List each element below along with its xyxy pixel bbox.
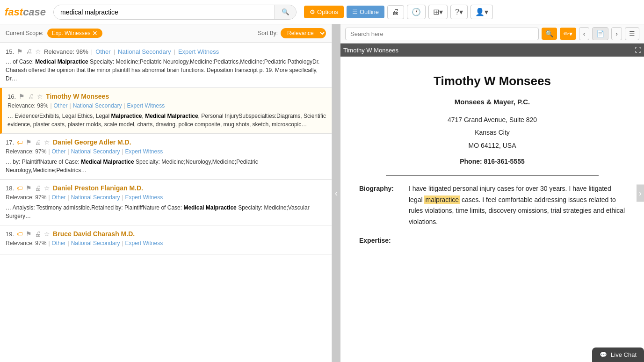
- expand-button[interactable]: ⛶: [635, 46, 641, 54]
- result-snippet-17: … by: PlaintiffNature of Case: Medical M…: [6, 158, 326, 174]
- live-chat-label: Live Chat: [611, 351, 637, 358]
- outline-label: Outline: [360, 8, 379, 15]
- doc-prev-button[interactable]: ‹: [579, 27, 590, 40]
- meta-other-17[interactable]: Other: [52, 148, 66, 155]
- right-toolbar: 🔍 ✏▾ ‹ 📄 › ☰: [340, 24, 644, 43]
- flag-icon-15[interactable]: ⚑: [17, 48, 23, 55]
- flag-icon-18[interactable]: ⚑: [26, 184, 32, 192]
- meta-secondary-15[interactable]: National Secondary: [118, 48, 171, 55]
- meta-expert-19[interactable]: Expert Witness: [125, 240, 163, 246]
- search-icon: 🔍: [282, 8, 289, 15]
- doc-title: Timothy W Monsees: [343, 47, 398, 54]
- header-actions: ⚙ Options ☰ Outline 🖨 🕐 ⊞▾ ?▾ 👤▾: [304, 5, 493, 19]
- doc-page-button[interactable]: 📄: [592, 27, 608, 40]
- relevance-15: Relevance: 98%: [44, 48, 88, 55]
- result-title-16[interactable]: Timothy W Monsees: [46, 93, 109, 100]
- doc-content: Timothy W Monsees Monsees & Mayer, P.C. …: [340, 57, 644, 362]
- print-button[interactable]: 🖨: [387, 5, 404, 19]
- relevance-19: Relevance: 97%: [6, 240, 46, 246]
- history-icon: 🕐: [412, 7, 421, 16]
- panel-collapse-right[interactable]: ›: [637, 185, 644, 202]
- result-header-16: 16. ⚑ 🖨 ☆ Timothy W Monsees: [7, 93, 326, 100]
- header: fastcase medical malpractice 🔍 ⚙ Options…: [0, 0, 644, 24]
- print-icon-15[interactable]: 🖨: [26, 48, 32, 55]
- star-icon-18[interactable]: ☆: [44, 184, 50, 192]
- meta-secondary-18[interactable]: National Secondary: [71, 194, 120, 201]
- meta-expert-15[interactable]: Expert Witness: [178, 48, 219, 55]
- bio-highlight: malpractice: [424, 195, 460, 204]
- options-button[interactable]: ⚙ Options: [304, 6, 344, 18]
- prev-icon: ‹: [583, 30, 586, 37]
- doc-address-line1: 4717 Grand Avenue, Suite 820: [359, 115, 625, 126]
- flag-icon-17[interactable]: ⚑: [26, 138, 32, 146]
- doc-menu-button[interactable]: ☰: [625, 27, 639, 40]
- logo: fastcase: [5, 6, 46, 18]
- doc-search-icon: 🔍: [545, 30, 553, 37]
- result-snippet-18: … Analysis: Testimony admissible.Retaine…: [6, 203, 326, 220]
- result-title-19[interactable]: Bruce David Charash M.D.: [53, 230, 135, 238]
- result-item-active: 16. ⚑ 🖨 ☆ Timothy W Monsees Relevance: 9…: [0, 88, 332, 134]
- flag-icon-19[interactable]: ⚑: [26, 230, 32, 238]
- print-icon-17[interactable]: 🖨: [35, 138, 41, 146]
- search-button[interactable]: 🔍: [275, 5, 296, 19]
- result-meta-19: Relevance: 97% | Other | National Second…: [6, 240, 326, 246]
- logo-fast: fast: [5, 6, 23, 18]
- doc-next-button[interactable]: ›: [611, 27, 622, 40]
- chat-icon: 💬: [600, 351, 607, 358]
- doc-search-button[interactable]: 🔍: [542, 28, 557, 40]
- help-button[interactable]: ?▾: [450, 5, 468, 19]
- phone-label: Phone:: [460, 158, 482, 165]
- meta-other-18[interactable]: Other: [52, 194, 66, 201]
- live-chat[interactable]: 💬 Live Chat: [592, 348, 644, 362]
- meta-other-16[interactable]: Other: [54, 102, 68, 109]
- right-panel-wrapper: › 🔍 ✏▾ ‹ 📄 ›: [340, 24, 644, 362]
- sort-select[interactable]: Relevance Date: [281, 28, 326, 38]
- biography-section: Biography: I have litigated personal inj…: [359, 183, 625, 228]
- meta-other-19[interactable]: Other: [52, 240, 66, 246]
- grid-icon: ⊞▾: [433, 7, 443, 16]
- result-num-16: 16.: [7, 93, 16, 100]
- outline-button[interactable]: ☰ Outline: [347, 6, 384, 18]
- doc-firm: Monsees & Mayer, P.C.: [359, 96, 625, 108]
- biography-content: I have litigated personal injury cases f…: [409, 183, 625, 228]
- meta-secondary-19[interactable]: National Secondary: [71, 240, 120, 246]
- doc-search-input[interactable]: [345, 28, 539, 40]
- meta-expert-16[interactable]: Expert Witness: [127, 102, 165, 109]
- result-title-17[interactable]: Daniel George Adler M.D.: [53, 138, 131, 146]
- sort-bar: Sort By: Relevance Date: [258, 28, 326, 38]
- tag-icon-18: 🏷: [17, 185, 23, 192]
- edit-icon: ✏▾: [564, 30, 572, 37]
- grid-button[interactable]: ⊞▾: [428, 5, 448, 19]
- print-icon-19[interactable]: 🖨: [35, 230, 41, 238]
- panel-collapse-left[interactable]: ‹: [332, 24, 340, 362]
- star-icon-19[interactable]: ☆: [44, 230, 50, 238]
- doc-edit-button[interactable]: ✏▾: [560, 28, 576, 40]
- meta-expert-17[interactable]: Expert Witness: [125, 148, 163, 155]
- print-icon-16[interactable]: 🖨: [28, 93, 34, 100]
- result-num-18: 18.: [6, 185, 14, 192]
- relevance-17: Relevance: 97%: [6, 148, 46, 155]
- result-header-17: 17. 🏷 ⚑ 🖨 ☆ Daniel George Adler M.D.: [6, 138, 326, 146]
- result-title-18[interactable]: Daniel Preston Flanigan M.D.: [53, 184, 143, 192]
- meta-other-15[interactable]: Other: [95, 48, 111, 55]
- user-button[interactable]: 👤▾: [470, 5, 493, 19]
- scope-tag-close[interactable]: ✕: [92, 29, 98, 37]
- meta-secondary-17[interactable]: National Secondary: [71, 148, 120, 155]
- result-num-17: 17.: [6, 139, 14, 146]
- star-icon-17[interactable]: ☆: [44, 138, 50, 146]
- help-icon: ?▾: [455, 7, 463, 16]
- meta-expert-18[interactable]: Expert Witness: [125, 194, 163, 201]
- meta-secondary-16[interactable]: National Secondary: [73, 102, 122, 109]
- flag-icon-16[interactable]: ⚑: [19, 93, 25, 100]
- doc-address-line2: Kansas City: [359, 127, 625, 138]
- print-icon-18[interactable]: 🖨: [35, 184, 41, 192]
- star-icon-15[interactable]: ☆: [35, 48, 41, 55]
- result-meta-17: Relevance: 97% | Other | National Second…: [6, 148, 326, 155]
- search-input[interactable]: medical malpractice: [54, 5, 275, 19]
- history-button[interactable]: 🕐: [407, 5, 426, 19]
- doc-person-name: Timothy W Monsees: [359, 71, 625, 91]
- star-icon-16[interactable]: ☆: [37, 93, 43, 100]
- doc-title-bar: Timothy W Monsees ⛶: [340, 43, 644, 57]
- next-icon: ›: [615, 30, 618, 37]
- result-snippet-16: … Evidence/Exhibits, Legal Ethics, Legal…: [7, 112, 326, 129]
